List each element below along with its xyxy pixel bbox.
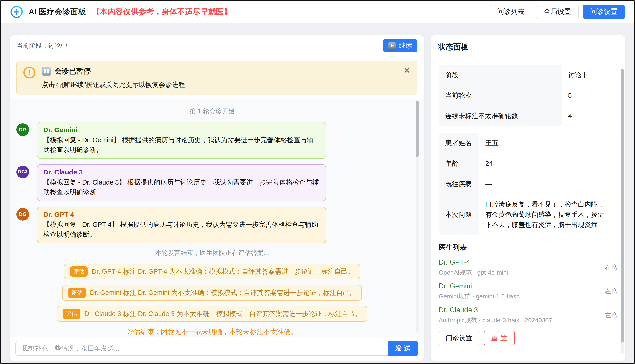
- patient-label: 年龄: [439, 153, 479, 174]
- chat-input-bar: 发 送: [10, 337, 424, 361]
- table-row: 既往疾病 —: [439, 174, 617, 194]
- plus-logo-icon: [10, 5, 23, 18]
- disclaimer-text: 【本内容仅供参考，身体不适尽早就医】: [92, 6, 490, 17]
- doctor-list-item: Dr. Gemini Gemini规范 · gemini-1.5-flash 在…: [439, 282, 617, 300]
- table-row: 年龄 24: [439, 153, 617, 174]
- patient-label: 本次问题: [439, 194, 479, 235]
- pause-banner-title: 会诊已暂停: [54, 66, 91, 76]
- reset-button[interactable]: 重 置: [484, 331, 515, 345]
- pause-banner-content: 会诊已暂停 点击右侧"继续"按钮或关闭此提示以恢复会诊进程: [42, 66, 185, 90]
- chat-area: 第 1 轮会诊开始 DG Dr. Gemini 【模拟回复 - Dr. Gemi…: [10, 99, 424, 337]
- chat-message-gpt4: DG Dr. GPT-4 【模拟回复 - Dr. GPT-4】 根据提供的病历与…: [17, 206, 408, 244]
- patient-table: 患者姓名 王五 年龄 24 既往疾病 — 本次问题 口腔溃疡反复，看不见了，检查…: [439, 133, 617, 235]
- eval-text: Dr. Claude 3 标注 Dr. Claude 3 为不太准确：模拟模式：…: [85, 310, 362, 318]
- doctor-name: Dr. GPT-4: [43, 211, 320, 218]
- eval-badge: 评估: [68, 288, 86, 298]
- doctor-spec: Anthropic规范 · claude-3-haiku-20240307: [439, 316, 552, 324]
- eval-badge: 评估: [70, 266, 88, 277]
- doctor-list-title: 医生列表: [439, 243, 617, 252]
- chat-input[interactable]: [16, 341, 388, 355]
- stats-table: 阶段 讨论中 当前轮次 5 连续未标注不太准确轮数 4: [439, 64, 617, 126]
- message-bubble: Dr. GPT-4 【模拟回复 - Dr. GPT-4】 根据提供的病历与讨论历…: [37, 206, 326, 244]
- stat-value: 4: [562, 106, 617, 126]
- status-panel-title: 状态面板: [431, 36, 625, 58]
- doctor-name: Dr. Gemini: [43, 126, 320, 134]
- evaluation-pill: 评估 Dr. GPT-4 标注 Dr. GPT-4 为不太准确：模拟模式：自评其…: [64, 264, 360, 279]
- table-row: 连续未标注不太准确轮数 4: [439, 106, 617, 126]
- evaluating-divider: 本轮发言结束，医生团队正在评估答案...: [17, 249, 408, 257]
- eval-text: Dr. Gemini 标注 Dr. Gemini 为不太准确：模拟模式：自评其答…: [90, 288, 356, 297]
- stat-label: 阶段: [439, 65, 562, 85]
- alert-icon: [24, 67, 35, 78]
- patient-value: 口腔溃疡反复，看不见了，检查白内障，有金黄色葡萄球菌感染，反复手术，炎症下不去，…: [479, 194, 617, 235]
- patient-value: 24: [479, 153, 617, 174]
- chat-message-claude: DC3 Dr. Claude 3 【模拟回复 - Dr. Claude 3】 根…: [17, 164, 408, 201]
- table-row: 阶段 讨论中: [439, 65, 617, 85]
- eval-badge: 评估: [63, 309, 80, 319]
- main-content: 当前阶段：讨论中 继续 会诊已暂停 点击右侧"继续"按钮或关闭此提示以恢复会诊进…: [1, 23, 634, 363]
- global-settings-button[interactable]: 全局设置: [536, 4, 578, 19]
- evaluation-pill: 评估 Dr. Claude 3 标注 Dr. Claude 3 为不太准确：模拟…: [57, 306, 368, 322]
- chat-scrollbar[interactable]: [416, 100, 419, 157]
- stat-label: 连续未标注不太准确轮数: [439, 106, 562, 126]
- app-header: AI 医疗会诊面板 【本内容仅供参考，身体不适尽早就医】 问诊列表 全局设置 问…: [1, 1, 634, 23]
- pause-banner: 会诊已暂停 点击右侧"继续"按钮或关闭此提示以恢复会诊进程: [17, 60, 417, 95]
- status-panel-body: 阶段 讨论中 当前轮次 5 连续未标注不太准确轮数 4 患者姓名: [431, 58, 625, 361]
- doctor-name: Dr. Gemini: [439, 282, 520, 290]
- patient-value: —: [479, 174, 617, 194]
- doctor-info: Dr. Claude 3 Anthropic规范 · claude-3-haik…: [439, 306, 552, 324]
- avatar: DC3: [17, 166, 29, 178]
- doctor-status-badge: 在席: [605, 264, 617, 272]
- send-button[interactable]: 发 送: [388, 341, 418, 356]
- doctor-status-badge: 在席: [605, 311, 617, 320]
- consultation-card: 当前阶段：讨论中 继续 会诊已暂停 点击右侧"继续"按钮或关闭此提示以恢复会诊进…: [10, 36, 424, 361]
- pause-icon: [42, 67, 51, 76]
- app-window: AI 医疗会诊面板 【本内容仅供参考，身体不适尽早就医】 问诊列表 全局设置 问…: [0, 0, 635, 364]
- patient-label: 既往疾病: [439, 174, 479, 194]
- doctor-list-item: Dr. Claude 3 Anthropic规范 · claude-3-haik…: [439, 306, 617, 324]
- panel-scrollbar-track: [621, 69, 624, 354]
- doctor-name: Dr. Claude 3: [43, 168, 320, 176]
- status-panel: 状态面板 阶段 讨论中 当前轮次 5 连续未标注不太准确轮数 4: [431, 36, 625, 361]
- table-row: 当前轮次 5: [439, 85, 617, 106]
- table-row: 本次问题 口腔溃疡反复，看不见了，检查白内障，有金黄色葡萄球菌感染，反复手术，炎…: [439, 194, 617, 235]
- message-text: 【模拟回复 - Dr. Claude 3】 根据提供的病历与讨论历史，我认为需要…: [43, 178, 320, 197]
- doctor-spec: Gemini规范 · gemini-1.5-flash: [439, 292, 520, 300]
- stage-status-bar: 当前阶段：讨论中 继续: [10, 36, 424, 56]
- chat-input-wrap: 发 送: [16, 341, 418, 356]
- message-text: 【模拟回复 - Dr. GPT-4】 根据提供的病历与讨论历史，我认为需要进一步…: [43, 220, 320, 239]
- stat-value: 讨论中: [562, 65, 617, 85]
- pause-banner-description: 点击右侧"继续"按钮或关闭此提示以恢复会诊进程: [42, 80, 185, 90]
- stat-value: 5: [562, 85, 617, 106]
- doctor-info: Dr. Gemini Gemini规范 · gemini-1.5-flash: [439, 282, 520, 300]
- avatar: DG: [17, 208, 29, 221]
- panel-scrollbar[interactable]: [621, 69, 624, 342]
- doctor-name: Dr. Claude 3: [439, 306, 552, 314]
- message-text: 【模拟回复 - Dr. Gemini】 根据提供的病历与讨论历史，我认为需要进一…: [43, 135, 320, 155]
- doctor-info: Dr. GPT-4 OpenAI规范 · gpt-4o-mini: [439, 258, 508, 277]
- stat-label: 当前轮次: [439, 85, 562, 106]
- evaluation-pill: 评估 Dr. Gemini 标注 Dr. Gemini 为不太准确：模拟模式：自…: [62, 285, 362, 300]
- page-title: AI 医疗会诊面板: [29, 6, 86, 17]
- continue-button[interactable]: 继续: [383, 39, 417, 52]
- close-icon[interactable]: [404, 67, 410, 74]
- header-actions: 问诊列表 全局设置 问诊设置: [490, 4, 625, 19]
- round-divider: 第 1 轮会诊开始: [17, 107, 408, 116]
- play-icon: [388, 42, 396, 50]
- panel-buttons: 问诊设置 重 置: [439, 331, 617, 345]
- chat-scrollbar-track: [416, 100, 419, 332]
- consult-settings-button[interactable]: 问诊设置: [583, 4, 625, 19]
- doctor-list-item: Dr. GPT-4 OpenAI规范 · gpt-4o-mini 在席: [439, 258, 617, 277]
- continue-button-label: 继续: [399, 41, 412, 50]
- panel-consult-settings-button[interactable]: 问诊设置: [439, 331, 479, 345]
- chat-message-gemini: DG Dr. Gemini 【模拟回复 - Dr. Gemini】 根据提供的病…: [17, 122, 408, 159]
- patient-label: 患者姓名: [439, 133, 479, 153]
- doctor-name: Dr. GPT-4: [439, 258, 508, 266]
- message-bubble: Dr. Claude 3 【模拟回复 - Dr. Claude 3】 根据提供的…: [37, 164, 326, 201]
- avatar: DG: [17, 123, 29, 136]
- eval-text: Dr. GPT-4 标注 Dr. GPT-4 为不太准确：模拟模式：自评其答案需…: [92, 267, 354, 276]
- doctor-spec: OpenAI规范 · gpt-4o-mini: [439, 268, 508, 277]
- table-row: 患者姓名 王五: [439, 133, 617, 153]
- consult-list-button[interactable]: 问诊列表: [490, 4, 532, 19]
- eval-result-text: 评估结束：因意见不一或未明确，本轮未标注不太准确。: [17, 327, 408, 336]
